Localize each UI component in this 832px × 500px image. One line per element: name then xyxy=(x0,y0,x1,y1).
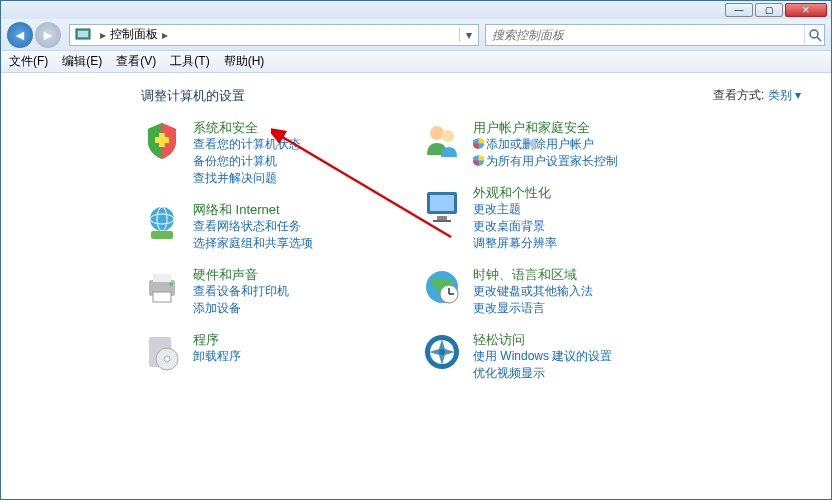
category-link[interactable]: 添加或删除用户帐户 xyxy=(473,136,618,153)
category-network: 网络和 Internet 查看网络状态和任务 选择家庭组和共享选项 xyxy=(141,201,421,252)
category-link[interactable]: 查看您的计算机状态 xyxy=(193,136,301,153)
monitor-appearance-icon xyxy=(421,184,463,226)
users-icon xyxy=(421,119,463,161)
category-link[interactable]: 更改键盘或其他输入法 xyxy=(473,283,593,300)
svg-rect-11 xyxy=(153,274,171,282)
svg-rect-22 xyxy=(433,220,451,222)
svg-rect-9 xyxy=(151,231,173,239)
category-appearance: 外观和个性化 更改主题 更改桌面背景 调整屏幕分辨率 xyxy=(421,184,701,252)
chevron-right-icon: ▸ xyxy=(96,28,110,42)
globe-network-icon xyxy=(141,201,183,243)
category-link[interactable]: 查找并解决问题 xyxy=(193,170,301,187)
svg-rect-1 xyxy=(78,31,88,37)
menubar: 文件(F) 编辑(E) 查看(V) 工具(T) 帮助(H) xyxy=(1,51,831,73)
category-link[interactable]: 卸载程序 xyxy=(193,348,241,365)
forward-button[interactable]: ► xyxy=(35,22,61,48)
viewby-dropdown[interactable]: 类别 ▾ xyxy=(768,88,801,102)
clock-globe-icon xyxy=(421,266,463,308)
category-ease-access: 轻松访问 使用 Windows 建议的设置 优化视频显示 xyxy=(421,331,701,382)
printer-icon xyxy=(141,266,183,308)
svg-line-3 xyxy=(817,37,821,41)
shield-icon xyxy=(141,119,183,161)
svg-rect-21 xyxy=(437,216,447,220)
uac-shield-icon xyxy=(473,155,484,166)
maximize-button[interactable]: ▢ xyxy=(755,3,783,17)
category-programs: 程序 卸载程序 xyxy=(141,331,421,373)
breadcrumb[interactable]: ▸ 控制面板 ▸ ▾ xyxy=(69,24,479,46)
svg-point-16 xyxy=(164,356,170,362)
search-input[interactable] xyxy=(486,28,804,42)
category-title[interactable]: 程序 xyxy=(193,331,241,348)
category-link[interactable]: 查看网络状态和任务 xyxy=(193,218,313,235)
svg-point-17 xyxy=(430,126,444,140)
category-title[interactable]: 时钟、语言和区域 xyxy=(473,266,593,283)
ease-access-icon xyxy=(421,331,463,373)
svg-point-18 xyxy=(442,130,454,142)
menu-help[interactable]: 帮助(H) xyxy=(224,53,265,70)
menu-tools[interactable]: 工具(T) xyxy=(170,53,209,70)
disc-box-icon xyxy=(141,331,183,373)
search-icon[interactable] xyxy=(804,25,824,45)
close-button[interactable]: ✕ xyxy=(785,3,827,17)
category-link[interactable]: 查看设备和打印机 xyxy=(193,283,289,300)
svg-point-13 xyxy=(169,282,173,286)
category-clock-region: 时钟、语言和区域 更改键盘或其他输入法 更改显示语言 xyxy=(421,266,701,317)
category-title[interactable]: 系统和安全 xyxy=(193,119,301,136)
category-title[interactable]: 外观和个性化 xyxy=(473,184,557,201)
category-link[interactable]: 选择家庭组和共享选项 xyxy=(193,235,313,252)
control-panel-icon xyxy=(74,26,92,44)
breadcrumb-location[interactable]: 控制面板 xyxy=(110,26,158,43)
breadcrumb-dropdown[interactable]: ▾ xyxy=(459,28,478,42)
category-title[interactable]: 网络和 Internet xyxy=(193,201,313,218)
category-link[interactable]: 使用 Windows 建议的设置 xyxy=(473,348,612,365)
category-column-left: 系统和安全 查看您的计算机状态 备份您的计算机 查找并解决问题 网络和 Inte… xyxy=(141,119,421,396)
svg-point-6 xyxy=(150,207,174,231)
search-box[interactable] xyxy=(485,24,825,46)
svg-rect-12 xyxy=(153,292,171,302)
category-users: 用户帐户和家庭安全 添加或删除用户帐户 为所有用户设置家长控制 xyxy=(421,119,701,170)
svg-rect-5 xyxy=(155,137,169,143)
category-link[interactable]: 为所有用户设置家长控制 xyxy=(473,153,618,170)
category-link[interactable]: 更改显示语言 xyxy=(473,300,593,317)
titlebar: — ▢ ✕ xyxy=(1,1,831,19)
back-button[interactable]: ◄ xyxy=(7,22,33,48)
category-link[interactable]: 备份您的计算机 xyxy=(193,153,301,170)
category-hardware: 硬件和声音 查看设备和打印机 添加设备 xyxy=(141,266,421,317)
category-system-security: 系统和安全 查看您的计算机状态 备份您的计算机 查找并解决问题 xyxy=(141,119,421,187)
view-by: 查看方式: 类别 ▾ xyxy=(713,87,801,104)
category-title[interactable]: 硬件和声音 xyxy=(193,266,289,283)
menu-view[interactable]: 查看(V) xyxy=(116,53,156,70)
svg-point-2 xyxy=(810,30,818,38)
menu-edit[interactable]: 编辑(E) xyxy=(62,53,102,70)
category-link[interactable]: 更改桌面背景 xyxy=(473,218,557,235)
svg-rect-20 xyxy=(430,195,454,211)
uac-shield-icon xyxy=(473,138,484,149)
content-area: 调整计算机的设置 查看方式: 类别 ▾ 系统和安全 查看您的计算机状态 备份您的… xyxy=(1,73,831,396)
minimize-button[interactable]: — xyxy=(725,3,753,17)
category-link[interactable]: 调整屏幕分辨率 xyxy=(473,235,557,252)
category-title[interactable]: 轻松访问 xyxy=(473,331,612,348)
category-link[interactable]: 优化视频显示 xyxy=(473,365,612,382)
viewby-label: 查看方式: xyxy=(713,88,764,102)
category-link[interactable]: 添加设备 xyxy=(193,300,289,317)
chevron-right-icon: ▸ xyxy=(158,28,172,42)
navbar: ◄ ► ▸ 控制面板 ▸ ▾ xyxy=(1,19,831,51)
category-link[interactable]: 更改主题 xyxy=(473,201,557,218)
category-title[interactable]: 用户帐户和家庭安全 xyxy=(473,119,618,136)
menu-file[interactable]: 文件(F) xyxy=(9,53,48,70)
category-column-right: 用户帐户和家庭安全 添加或删除用户帐户 为所有用户设置家长控制 外观和个性化 更… xyxy=(421,119,701,396)
